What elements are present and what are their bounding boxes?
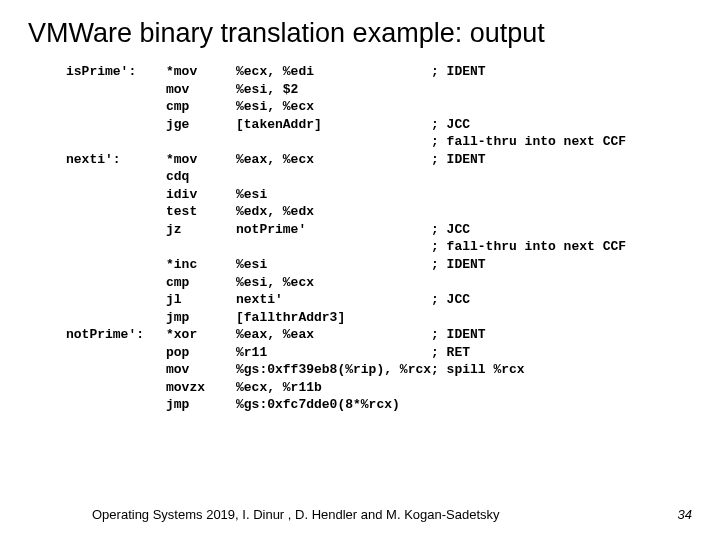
code-args: [takenAddr] — [236, 116, 431, 134]
code-args: %ecx, %r11b — [236, 379, 431, 397]
code-row: jge[takenAddr]; JCC — [66, 116, 692, 134]
code-comment: ; JCC — [431, 291, 692, 309]
code-comment: ; RET — [431, 344, 692, 362]
code-op: *inc — [166, 256, 236, 274]
code-op: jmp — [166, 396, 236, 414]
code-args: notPrime' — [236, 221, 431, 239]
code-label — [66, 291, 166, 309]
code-op: cmp — [166, 274, 236, 292]
code-row: cdq — [66, 168, 692, 186]
code-row: jmp%gs:0xfc7dde0(8*%rcx) — [66, 396, 692, 414]
code-args: %eax, %ecx — [236, 151, 431, 169]
code-row: cmp%esi, %ecx — [66, 274, 692, 292]
code-comment — [431, 81, 692, 99]
code-row: isPrime':*mov%ecx, %edi; IDENT — [66, 63, 692, 81]
code-row: idiv%esi — [66, 186, 692, 204]
code-args: %eax, %eax — [236, 326, 431, 344]
code-row: cmp%esi, %ecx — [66, 98, 692, 116]
code-label — [66, 186, 166, 204]
code-args: %r11 — [236, 344, 431, 362]
code-row: movzx%ecx, %r11b — [66, 379, 692, 397]
code-op: pop — [166, 344, 236, 362]
code-op: cdq — [166, 168, 236, 186]
code-op: cmp — [166, 98, 236, 116]
code-args: %esi, %ecx — [236, 274, 431, 292]
code-comment — [431, 186, 692, 204]
code-op: *xor — [166, 326, 236, 344]
code-op: movzx — [166, 379, 236, 397]
code-label — [66, 256, 166, 274]
code-comment: ; spill %rcx — [431, 361, 692, 379]
code-label — [66, 309, 166, 327]
code-op: jge — [166, 116, 236, 134]
code-args: %esi — [236, 256, 431, 274]
code-args: %edx, %edx — [236, 203, 431, 221]
footer-text: Operating Systems 2019, I. Dinur , D. He… — [92, 507, 500, 522]
code-comment: ; IDENT — [431, 326, 692, 344]
code-row: jlnexti'; JCC — [66, 291, 692, 309]
code-args: %gs:0xff39eb8(%rip), %rcx — [236, 361, 431, 379]
code-row: ; fall-thru into next CCF — [66, 133, 692, 151]
code-label — [66, 81, 166, 99]
code-args — [236, 238, 431, 256]
code-op: jmp — [166, 309, 236, 327]
code-op: *mov — [166, 63, 236, 81]
code-row: nexti':*mov%eax, %ecx; IDENT — [66, 151, 692, 169]
code-row: jznotPrime'; JCC — [66, 221, 692, 239]
code-op — [166, 133, 236, 151]
code-label — [66, 361, 166, 379]
code-row: mov%gs:0xff39eb8(%rip), %rcx; spill %rcx — [66, 361, 692, 379]
code-args: %esi, %ecx — [236, 98, 431, 116]
code-label — [66, 274, 166, 292]
code-label — [66, 221, 166, 239]
code-comment: ; JCC — [431, 221, 692, 239]
code-label — [66, 238, 166, 256]
code-row: *inc%esi; IDENT — [66, 256, 692, 274]
code-comment — [431, 168, 692, 186]
slide: VMWare binary translation example: outpu… — [0, 0, 720, 540]
code-label — [66, 133, 166, 151]
code-label — [66, 116, 166, 134]
code-label: isPrime': — [66, 63, 166, 81]
code-row: test%edx, %edx — [66, 203, 692, 221]
code-comment — [431, 379, 692, 397]
code-row: jmp[fallthrAddr3] — [66, 309, 692, 327]
code-args — [236, 168, 431, 186]
code-op: test — [166, 203, 236, 221]
code-comment — [431, 98, 692, 116]
code-label — [66, 203, 166, 221]
code-label: nexti': — [66, 151, 166, 169]
code-comment: ; IDENT — [431, 63, 692, 81]
code-op: mov — [166, 361, 236, 379]
code-op: jz — [166, 221, 236, 239]
code-op: mov — [166, 81, 236, 99]
code-op — [166, 238, 236, 256]
code-label — [66, 168, 166, 186]
code-comment: ; IDENT — [431, 151, 692, 169]
code-comment — [431, 203, 692, 221]
code-op: idiv — [166, 186, 236, 204]
code-row: pop%r11; RET — [66, 344, 692, 362]
code-args: %esi, $2 — [236, 81, 431, 99]
code-label: notPrime': — [66, 326, 166, 344]
code-label — [66, 344, 166, 362]
code-args — [236, 133, 431, 151]
code-label — [66, 379, 166, 397]
code-comment — [431, 396, 692, 414]
code-label — [66, 98, 166, 116]
code-row: notPrime':*xor%eax, %eax; IDENT — [66, 326, 692, 344]
code-comment — [431, 274, 692, 292]
code-comment — [431, 309, 692, 327]
code-comment: ; IDENT — [431, 256, 692, 274]
code-listing: isPrime':*mov%ecx, %edi; IDENTmov%esi, $… — [66, 63, 692, 414]
code-args: nexti' — [236, 291, 431, 309]
code-args: %esi — [236, 186, 431, 204]
code-comment: ; fall-thru into next CCF — [431, 238, 692, 256]
code-args: %ecx, %edi — [236, 63, 431, 81]
code-args: %gs:0xfc7dde0(8*%rcx) — [236, 396, 431, 414]
code-row: mov%esi, $2 — [66, 81, 692, 99]
slide-title: VMWare binary translation example: outpu… — [28, 18, 692, 49]
code-op: jl — [166, 291, 236, 309]
page-number: 34 — [678, 507, 692, 522]
code-op: *mov — [166, 151, 236, 169]
